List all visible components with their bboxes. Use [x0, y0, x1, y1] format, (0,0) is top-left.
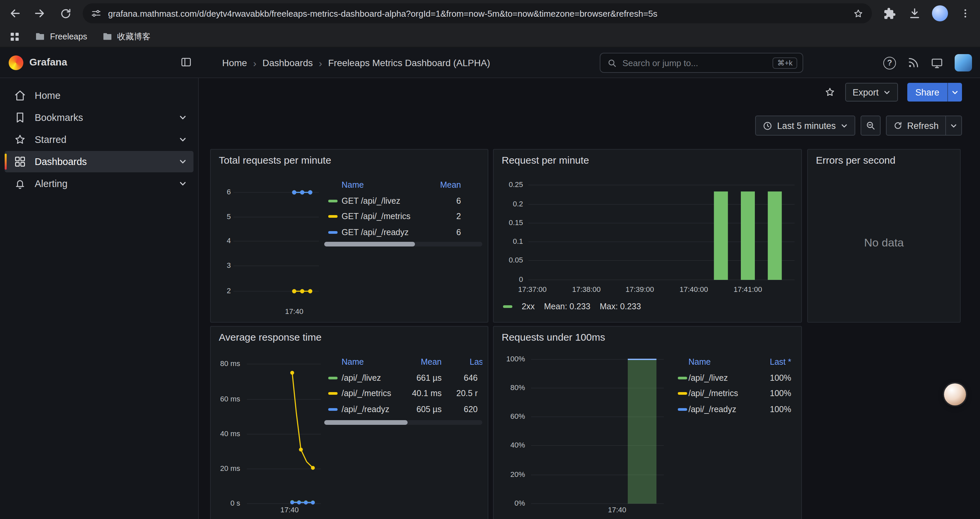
breadcrumb-home[interactable]: Home: [222, 57, 247, 68]
search-input[interactable]: Search or jump to... ⌘+k: [600, 53, 803, 73]
browser-menu-icon[interactable]: [957, 5, 973, 21]
extensions-icon[interactable]: [881, 5, 897, 21]
grafana-brand: Grafana: [29, 56, 67, 67]
panel-title[interactable]: Average response time: [219, 331, 321, 343]
breadcrumb-separator-icon: ›: [319, 57, 322, 69]
export-button[interactable]: Export: [845, 83, 898, 102]
zoom-out-button[interactable]: [860, 115, 880, 136]
legend-column-header[interactable]: Name: [342, 180, 364, 190]
legend-scrollbar-thumb[interactable]: [324, 242, 415, 246]
help-icon[interactable]: ?: [883, 56, 896, 69]
panel-total-requests[interactable]: Total requests per minute 6543217:40Name…: [210, 149, 488, 323]
axis-tick-label: 80%: [494, 383, 525, 392]
chevron-down-icon[interactable]: [179, 180, 187, 188]
sidebar-item-bookmarks[interactable]: Bookmarks: [5, 107, 194, 128]
series-color-swatch: [328, 215, 337, 218]
site-settings-icon[interactable]: [91, 8, 102, 19]
bookmark-star-icon[interactable]: [853, 8, 864, 19]
panel-title[interactable]: Requests under 100ms: [502, 331, 605, 343]
legend-column-header[interactable]: Name: [342, 357, 364, 367]
legend: NameLast */api/_/livez100%/api/_/metrics…: [670, 353, 797, 433]
reload-icon[interactable]: [57, 5, 73, 21]
legend-column-header[interactable]: Name: [689, 357, 711, 367]
legend-scrollbar-thumb[interactable]: [324, 420, 407, 425]
panel-title[interactable]: Total requests per minute: [219, 154, 331, 166]
breadcrumb-current: Freeleaps Metrics Dashboard (ALPHA): [328, 57, 490, 68]
folder-icon: [35, 31, 45, 42]
chevron-down-icon: [840, 122, 848, 129]
address-bar[interactable]: grafana.mathmast.com/d/deytv4rwavabkb/fr…: [83, 3, 872, 23]
back-icon[interactable]: [7, 5, 23, 21]
user-avatar[interactable]: [955, 54, 972, 72]
search-placeholder: Search or jump to...: [622, 58, 767, 68]
browser-profile-avatar[interactable]: [932, 5, 948, 21]
legend-series-name[interactable]: /api/_/metrics: [342, 388, 391, 399]
legend-column-header[interactable]: Mean: [407, 180, 461, 190]
axis-tick-label: 40 ms: [211, 430, 240, 438]
series-color-swatch: [328, 408, 337, 411]
sidebar-item-alerting[interactable]: Alerting: [5, 173, 194, 194]
axis-tick-label: 0 s: [211, 499, 240, 508]
axis-tick-label: 0: [494, 275, 523, 284]
favorite-star-icon[interactable]: [824, 86, 836, 98]
refresh-button[interactable]: Refresh: [886, 116, 945, 135]
sidebar-item-home[interactable]: Home: [5, 85, 194, 106]
downloads-icon[interactable]: [907, 5, 923, 21]
legend-scrollbar[interactable]: [324, 242, 482, 246]
legend-series-name[interactable]: /api/_/metrics: [689, 388, 738, 399]
axis-tick-label: 4: [215, 236, 231, 245]
share-menu-chevron-icon[interactable]: [947, 83, 962, 102]
legend-series-name[interactable]: 2xx: [522, 302, 535, 311]
chevron-down-icon[interactable]: [179, 113, 187, 121]
panel-requests-under-100ms[interactable]: Requests under 100ms 100%80%60%40%20%0%1…: [493, 326, 802, 519]
legend-series-name[interactable]: /api/_/readyz: [342, 404, 389, 415]
legend-column-header[interactable]: Mean: [388, 357, 442, 367]
news-rss-icon[interactable]: [907, 57, 919, 69]
legend-column-header[interactable]: Last *: [470, 357, 482, 367]
grafana-logo[interactable]: [9, 56, 23, 70]
legend-series-name[interactable]: GET /api/_/livez: [342, 196, 400, 206]
chevron-down-icon[interactable]: [179, 158, 187, 166]
sidebar-collapse-icon[interactable]: [180, 56, 192, 68]
time-range-label: Last 5 minutes: [777, 121, 836, 131]
panel-average-response-time[interactable]: Average response time 80 ms60 ms40 ms20 …: [210, 326, 488, 519]
panel-request-per-minute[interactable]: Request per minute 2xx Mean: 0.233 Max: …: [493, 149, 802, 323]
legend-series-name[interactable]: GET /api/_/metrics: [342, 211, 410, 222]
floating-assistant-avatar[interactable]: [944, 383, 966, 406]
legend-series-name[interactable]: /api/_/readyz: [689, 404, 736, 415]
breadcrumb-dashboards[interactable]: Dashboards: [262, 57, 313, 68]
legend-value: 620: [432, 404, 478, 415]
bookmark-folder[interactable]: Freeleaps: [35, 31, 87, 42]
axis-tick-label: 60 ms: [211, 395, 240, 404]
url-text[interactable]: grafana.mathmast.com/d/deytv4rwavabkb/fr…: [108, 8, 846, 18]
axis-tick-label: 3: [215, 261, 231, 270]
time-range-picker[interactable]: Last 5 minutes: [755, 115, 855, 136]
legend: 2xx Mean: 0.233 Max: 0.233: [503, 302, 641, 311]
monitor-icon[interactable]: [931, 56, 943, 69]
refresh-icon: [893, 121, 902, 130]
legend-column-header[interactable]: Last *: [744, 357, 791, 367]
axis-tick-label: 17:40: [597, 506, 637, 514]
apps-grid-icon[interactable]: [10, 31, 20, 42]
series-color-swatch: [678, 377, 687, 379]
chevron-down-icon[interactable]: [179, 136, 187, 144]
sidebar-item-starred[interactable]: Starred: [5, 129, 194, 150]
refresh-interval-chevron-icon[interactable]: [945, 116, 961, 135]
forward-icon[interactable]: [32, 5, 48, 21]
panel-errors-per-second[interactable]: Errors per second No data: [807, 149, 961, 323]
axis-tick-label: 0.2: [494, 200, 523, 208]
export-label: Export: [853, 87, 878, 97]
axis-tick-label: 6: [215, 188, 231, 196]
share-button[interactable]: Share: [907, 83, 947, 102]
bookmark-folder[interactable]: 收藏博客: [102, 31, 150, 42]
panel-title[interactable]: Request per minute: [502, 154, 589, 166]
sidebar-item-dashboards[interactable]: Dashboards: [5, 151, 194, 172]
axis-tick-label: 60%: [494, 412, 525, 421]
legend-scrollbar[interactable]: [324, 420, 482, 425]
legend-series-name[interactable]: /api/_/livez: [689, 373, 728, 383]
axis-tick-label: 2: [215, 287, 231, 295]
legend-series-name[interactable]: GET /api/_/readyz: [342, 227, 409, 238]
search-shortcut-badge: ⌘+k: [773, 57, 797, 69]
legend-series-name[interactable]: /api/_/livez: [342, 373, 381, 383]
panel-title[interactable]: Errors per second: [816, 154, 895, 166]
